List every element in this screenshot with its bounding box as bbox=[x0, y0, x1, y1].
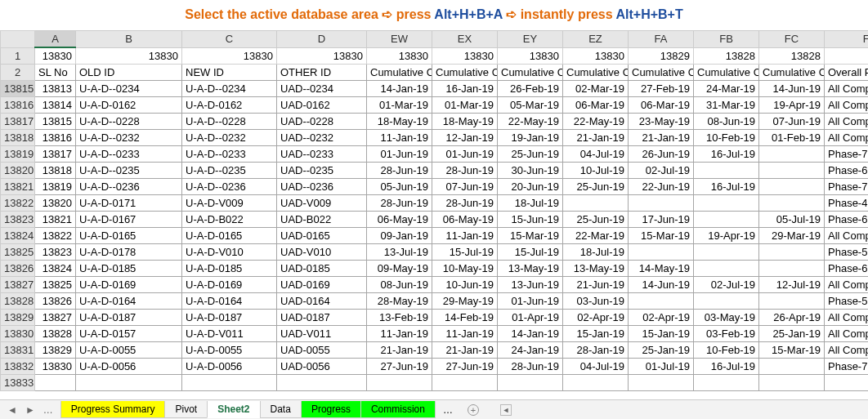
cell[interactable] bbox=[825, 375, 869, 391]
cell[interactable]: 06-May-19 bbox=[367, 212, 432, 228]
sheet-tab[interactable]: Data bbox=[260, 401, 302, 418]
cell[interactable]: 11-Jan-19 bbox=[367, 130, 432, 146]
row-header[interactable]: 13823 bbox=[1, 212, 35, 228]
cell[interactable]: 14-Jan-19 bbox=[367, 81, 432, 97]
column-label-cell[interactable]: Cumulative C bbox=[629, 65, 694, 81]
cell[interactable]: 06-Mar-19 bbox=[563, 97, 629, 114]
cell[interactable]: 13829 bbox=[35, 342, 76, 359]
cell[interactable]: U-A-D-B022 bbox=[182, 212, 277, 228]
cell[interactable]: 27-Jun-19 bbox=[432, 359, 498, 375]
cell[interactable] bbox=[759, 244, 825, 261]
cell[interactable]: 04-Jul-19 bbox=[563, 359, 629, 375]
column-header[interactable]: C bbox=[182, 31, 277, 48]
cell[interactable]: 14-Jun-19 bbox=[629, 277, 694, 293]
cell[interactable]: 19-Jan-19 bbox=[498, 130, 563, 146]
row-header[interactable]: 13827 bbox=[1, 277, 35, 293]
cell[interactable] bbox=[563, 195, 629, 212]
cell[interactable]: 13826 bbox=[35, 293, 76, 310]
cell[interactable]: 25-Jun-19 bbox=[563, 212, 629, 228]
cell[interactable]: 10-Feb-19 bbox=[694, 342, 759, 359]
scroll-left-icon[interactable]: ◄ bbox=[500, 404, 512, 416]
cell[interactable]: 18-Jul-19 bbox=[563, 244, 629, 261]
tab-overflow-right[interactable]: … bbox=[435, 402, 461, 418]
cell[interactable]: 28-Jun-19 bbox=[498, 359, 563, 375]
column-label-cell[interactable]: NEW ID bbox=[182, 65, 277, 81]
cell[interactable] bbox=[694, 244, 759, 261]
cell[interactable] bbox=[759, 195, 825, 212]
add-sheet-button[interactable]: + bbox=[461, 404, 485, 416]
cell[interactable]: 16-Jul-19 bbox=[694, 146, 759, 163]
cell[interactable]: 19-Apr-19 bbox=[759, 97, 825, 114]
cell[interactable] bbox=[759, 293, 825, 310]
cell[interactable]: 15-Jun-19 bbox=[498, 212, 563, 228]
cell[interactable]: Phase-7 Pending bbox=[825, 179, 869, 195]
cell[interactable]: U-A-D-0055 bbox=[182, 342, 277, 359]
cell[interactable]: 01-Apr-19 bbox=[498, 310, 563, 326]
cell[interactable]: UAD-0165 bbox=[277, 228, 367, 244]
cell[interactable] bbox=[563, 375, 629, 391]
cell[interactable]: UAD-0185 bbox=[277, 261, 367, 277]
cell[interactable]: All Completed bbox=[825, 81, 869, 97]
cell[interactable] bbox=[694, 375, 759, 391]
row-header[interactable]: 1 bbox=[1, 47, 35, 65]
cell[interactable]: 10-Feb-19 bbox=[694, 130, 759, 146]
cell[interactable]: 13-May-19 bbox=[498, 261, 563, 277]
column-header[interactable]: EW bbox=[367, 31, 432, 48]
cell[interactable]: 28-Jan-19 bbox=[563, 342, 629, 359]
cell[interactable]: 01-Mar-19 bbox=[432, 97, 498, 114]
cell[interactable]: 26-Apr-19 bbox=[759, 310, 825, 326]
cell[interactable]: 09-Jan-19 bbox=[367, 228, 432, 244]
row-header[interactable]: 13832 bbox=[1, 359, 35, 375]
cell[interactable]: 02-Jul-19 bbox=[694, 277, 759, 293]
cell[interactable]: 10-May-19 bbox=[432, 261, 498, 277]
cell[interactable]: 05-Jul-19 bbox=[759, 212, 825, 228]
cell[interactable]: 06-May-19 bbox=[432, 212, 498, 228]
cell[interactable]: Phase-7 Pending bbox=[825, 359, 869, 375]
cell[interactable] bbox=[182, 375, 277, 391]
cell[interactable]: U-A-D--0232 bbox=[182, 130, 277, 146]
cell[interactable]: UAD-0187 bbox=[277, 310, 367, 326]
cell[interactable]: UAD--0233 bbox=[277, 146, 367, 163]
cell[interactable]: U-A-D-V009 bbox=[182, 195, 277, 212]
cell[interactable] bbox=[694, 293, 759, 310]
cell[interactable]: 28-Jun-19 bbox=[367, 195, 432, 212]
cell[interactable]: 28-Jun-19 bbox=[432, 163, 498, 179]
cell[interactable]: 13830 bbox=[498, 47, 563, 65]
cell[interactable]: UAD-0055 bbox=[277, 342, 367, 359]
column-header[interactable]: FC bbox=[759, 31, 825, 48]
cell[interactable]: 03-Jun-19 bbox=[563, 293, 629, 310]
cell[interactable]: 01-Jul-19 bbox=[629, 359, 694, 375]
cell[interactable]: U-A-D--0228 bbox=[182, 114, 277, 130]
column-label-cell[interactable]: OLD ID bbox=[76, 65, 182, 81]
cell[interactable]: 30-Jun-19 bbox=[498, 163, 563, 179]
cell[interactable]: All Completed bbox=[825, 326, 869, 342]
cell[interactable]: U-A-D--0232 bbox=[76, 130, 182, 146]
cell[interactable]: U-A-D-0165 bbox=[182, 228, 277, 244]
cell[interactable]: U-A-D-0055 bbox=[76, 342, 182, 359]
cell[interactable]: 11-Jan-19 bbox=[432, 326, 498, 342]
cell[interactable]: 16-Jul-19 bbox=[694, 359, 759, 375]
cell[interactable]: 14-Jun-19 bbox=[759, 81, 825, 97]
cell[interactable]: UAD-B022 bbox=[277, 212, 367, 228]
select-all-corner[interactable] bbox=[1, 31, 35, 48]
cell[interactable]: 24-Mar-19 bbox=[694, 81, 759, 97]
cell[interactable]: 13830 bbox=[563, 47, 629, 65]
cell[interactable]: 15-Jan-19 bbox=[563, 326, 629, 342]
row-header[interactable]: 13819 bbox=[1, 146, 35, 163]
cell[interactable]: 15-Mar-19 bbox=[498, 228, 563, 244]
cell[interactable]: 24-Jan-19 bbox=[498, 342, 563, 359]
cell[interactable]: U-A-D-0169 bbox=[182, 277, 277, 293]
row-header[interactable]: 13821 bbox=[1, 179, 35, 195]
cell[interactable] bbox=[35, 375, 76, 391]
cell[interactable]: 13825 bbox=[35, 277, 76, 293]
cell[interactable]: U-A-D-0164 bbox=[182, 293, 277, 310]
cell[interactable]: 13-May-19 bbox=[563, 261, 629, 277]
cell[interactable]: 23-May-19 bbox=[629, 114, 694, 130]
cell[interactable]: U-A-D-0157 bbox=[76, 326, 182, 342]
cell[interactable]: 10-Jun-19 bbox=[432, 277, 498, 293]
cell[interactable]: 18-May-19 bbox=[432, 114, 498, 130]
cell[interactable] bbox=[759, 179, 825, 195]
cell[interactable]: 22-May-19 bbox=[498, 114, 563, 130]
cell[interactable]: 13830 bbox=[277, 47, 367, 65]
cell[interactable]: UAD-V009 bbox=[277, 195, 367, 212]
